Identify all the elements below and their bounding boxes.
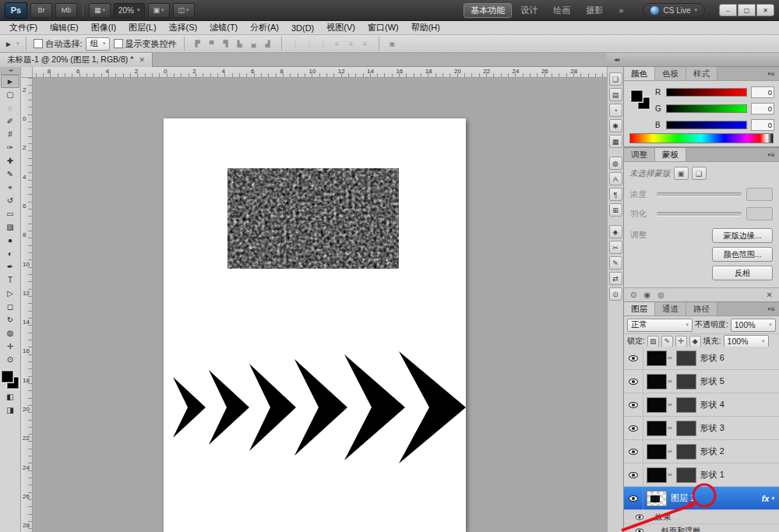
- channel-value-input[interactable]: 0: [751, 119, 774, 131]
- layer-row[interactable]: ∞形状 1: [624, 463, 779, 487]
- layer-thumbnail[interactable]: [647, 421, 667, 436]
- dock-annotations-icon[interactable]: ✂: [609, 241, 622, 254]
- eyedropper-tool[interactable]: ✑: [1, 141, 19, 154]
- channel-value-input[interactable]: 0: [751, 103, 774, 115]
- zoom-tool[interactable]: ⊙: [1, 353, 19, 366]
- fill-dropdown[interactable]: 100% ▾: [724, 335, 769, 348]
- color-spectrum-ramp[interactable]: [629, 133, 774, 143]
- blur-tool[interactable]: ●: [1, 234, 19, 247]
- 3d-orbit-tool[interactable]: ◍: [1, 326, 19, 340]
- channel-slider[interactable]: [666, 104, 747, 113]
- quick-mask-button[interactable]: ◧: [1, 390, 19, 403]
- minimize-button[interactable]: –: [719, 4, 737, 16]
- layer-row[interactable]: ∞形状 4: [624, 393, 779, 417]
- mask-edge-button[interactable]: 蒙版边缘...: [712, 228, 773, 243]
- opacity-dropdown[interactable]: 100% ▾: [731, 319, 776, 332]
- dock-histogram-icon[interactable]: ▤: [609, 88, 622, 101]
- screen-mode-button[interactable]: ◫ ▾: [173, 3, 195, 18]
- healing-brush-tool[interactable]: ✚: [1, 154, 19, 167]
- menu-3d[interactable]: 3D(D): [285, 23, 320, 33]
- effect-row[interactable]: 斜面和浮雕: [624, 524, 779, 532]
- workspace-essentials-button[interactable]: 基本功能: [464, 3, 512, 18]
- vector-mask-thumbnail[interactable]: [676, 397, 696, 413]
- lock-all-icon[interactable]: ◆: [689, 336, 701, 347]
- disable-mask-icon[interactable]: ◎: [657, 291, 664, 299]
- lock-transparent-pixels-icon[interactable]: ▨: [647, 336, 659, 347]
- restore-button[interactable]: ▢: [738, 4, 756, 16]
- align-icon-3[interactable]: ▜: [220, 38, 232, 49]
- shape-tool[interactable]: ◻: [1, 300, 19, 313]
- vector-mask-thumbnail[interactable]: [676, 467, 696, 483]
- lasso-tool[interactable]: ◌: [1, 101, 19, 115]
- layer-thumbnail[interactable]: [647, 374, 667, 389]
- visibility-toggle[interactable]: [624, 463, 643, 486]
- panel-menu-icon[interactable]: ▾≣: [764, 148, 779, 161]
- minibridge-button[interactable]: Mb: [55, 3, 77, 18]
- density-value[interactable]: [746, 188, 773, 201]
- quick-selection-tool[interactable]: ✐: [1, 115, 19, 128]
- channel-slider[interactable]: [666, 88, 747, 97]
- workspace-design-button[interactable]: 设计: [513, 3, 545, 18]
- align-icon-6[interactable]: ▟: [262, 38, 274, 49]
- menu-edit[interactable]: 编辑(E): [44, 21, 85, 34]
- align-icon-1[interactable]: ▛: [192, 38, 204, 49]
- dock-info-icon[interactable]: ◔: [609, 104, 622, 117]
- 3d-rotate-tool[interactable]: ↻: [1, 313, 19, 326]
- dock-paragraph-icon[interactable]: ¶: [609, 188, 622, 201]
- menu-select[interactable]: 选择(S): [163, 21, 204, 34]
- vector-mask-thumbnail[interactable]: [676, 374, 696, 389]
- dock-measure-icon[interactable]: ⊙: [609, 287, 622, 301]
- menu-view[interactable]: 视图(V): [320, 21, 361, 34]
- layer-row[interactable]: ∞形状 6: [624, 347, 779, 370]
- dock-clone-source-icon[interactable]: ◍: [609, 157, 622, 170]
- distribute-icon-4[interactable]: ≡: [331, 38, 344, 49]
- vector-mask-thumbnail[interactable]: [676, 444, 696, 460]
- view-extras-button[interactable]: ▦ ▾: [89, 3, 111, 18]
- ruler-vertical[interactable]: 20246810121416182022242628: [21, 78, 33, 532]
- dock-styles-icon[interactable]: ◈: [609, 225, 622, 238]
- invert-button[interactable]: 反相: [712, 266, 773, 280]
- layer-thumbnail[interactable]: [647, 467, 667, 483]
- menu-help[interactable]: 帮助(H): [405, 21, 446, 34]
- panel-menu-icon[interactable]: ▾≣: [764, 67, 779, 80]
- workspace-painting-button[interactable]: 绘画: [546, 3, 577, 18]
- visibility-toggle[interactable]: [624, 440, 643, 463]
- channel-value-input[interactable]: 0: [751, 86, 774, 98]
- tool-preset-chevron-icon[interactable]: ▾: [16, 41, 19, 47]
- auto-select-scope-dropdown[interactable]: 组 ▾: [86, 37, 109, 51]
- blend-mode-dropdown[interactable]: 正常 ▾: [627, 319, 693, 332]
- marquee-tool[interactable]: ▢: [1, 88, 19, 101]
- tab-swatches[interactable]: 色板: [655, 67, 686, 80]
- vector-mask-thumbnail[interactable]: [676, 351, 696, 366]
- document-canvas[interactable]: [164, 118, 466, 532]
- dock-tool-presets-icon[interactable]: ▦: [609, 135, 622, 148]
- show-transform-checkbox[interactable]: 显示变换控件: [114, 38, 177, 50]
- tab-adjustments[interactable]: 调整: [624, 148, 655, 161]
- tab-paths[interactable]: 路径: [686, 302, 717, 315]
- menu-analysis[interactable]: 分析(A): [244, 21, 285, 34]
- menu-file[interactable]: 文件(F): [3, 21, 44, 34]
- vector-mask-thumbnail[interactable]: [676, 421, 696, 436]
- visibility-toggle[interactable]: [624, 370, 643, 393]
- lock-position-icon[interactable]: ✛: [675, 336, 687, 347]
- current-tool-icon[interactable]: ►: [5, 40, 12, 48]
- feather-slider[interactable]: [657, 212, 742, 217]
- layer-row[interactable]: ∞形状 3: [624, 417, 779, 440]
- tab-masks[interactable]: 蒙板: [655, 148, 686, 161]
- layer-row[interactable]: ∞形状 2: [624, 440, 779, 463]
- layer-thumbnail[interactable]: [647, 491, 667, 506]
- mask-from-selection-icon[interactable]: ⊙: [630, 291, 636, 299]
- distribute-icon-5[interactable]: ≡: [345, 38, 358, 49]
- align-icon-4[interactable]: ▙: [234, 38, 246, 49]
- zoom-level-dropdown[interactable]: 20% ▾: [114, 3, 145, 18]
- bridge-button[interactable]: Br: [30, 3, 52, 18]
- dock-actions-icon[interactable]: ✱: [609, 119, 622, 132]
- add-pixel-mask-icon[interactable]: ▣: [674, 167, 689, 180]
- clone-stamp-tool[interactable]: ⌖: [1, 181, 19, 194]
- auto-select-checkbox[interactable]: 自动选择:: [33, 38, 82, 50]
- arrange-documents-button[interactable]: ▣ ▾: [148, 3, 170, 18]
- gradient-tool[interactable]: ▨: [1, 220, 19, 234]
- visibility-toggle[interactable]: [624, 393, 643, 416]
- layer-thumbnail[interactable]: [647, 444, 667, 460]
- visibility-toggle[interactable]: [632, 524, 647, 532]
